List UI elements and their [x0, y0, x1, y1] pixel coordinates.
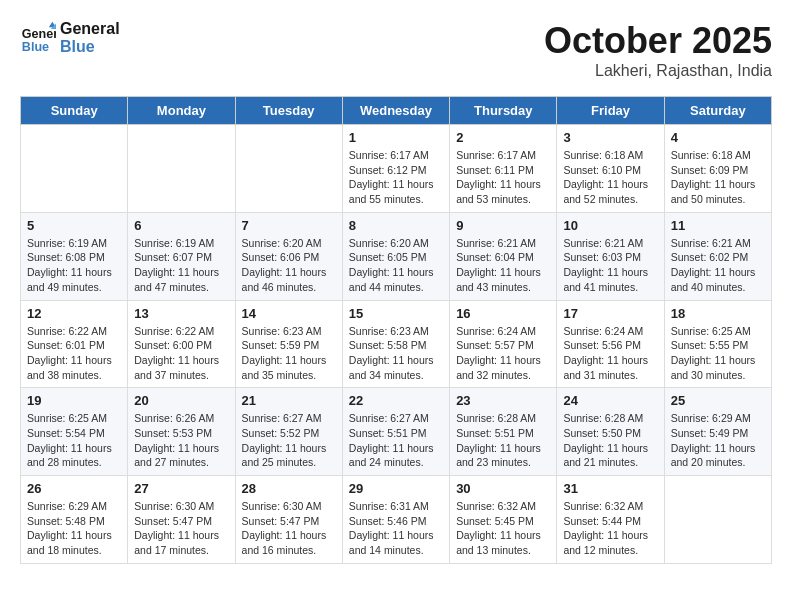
day-number: 10: [563, 218, 657, 233]
day-number: 15: [349, 306, 443, 321]
day-info: Sunrise: 6:17 AM Sunset: 6:12 PM Dayligh…: [349, 148, 443, 207]
page-header: General Blue General Blue October 2025 L…: [20, 20, 772, 80]
day-info: Sunrise: 6:25 AM Sunset: 5:54 PM Dayligh…: [27, 411, 121, 470]
calendar-week-4: 19Sunrise: 6:25 AM Sunset: 5:54 PM Dayli…: [21, 388, 772, 476]
calendar-table: SundayMondayTuesdayWednesdayThursdayFrid…: [20, 96, 772, 564]
weekday-header-row: SundayMondayTuesdayWednesdayThursdayFrid…: [21, 97, 772, 125]
calendar-cell: 17Sunrise: 6:24 AM Sunset: 5:56 PM Dayli…: [557, 300, 664, 388]
day-number: 19: [27, 393, 121, 408]
calendar-cell: 26Sunrise: 6:29 AM Sunset: 5:48 PM Dayli…: [21, 476, 128, 564]
calendar-cell: 3Sunrise: 6:18 AM Sunset: 6:10 PM Daylig…: [557, 125, 664, 213]
calendar-cell: 2Sunrise: 6:17 AM Sunset: 6:11 PM Daylig…: [450, 125, 557, 213]
day-info: Sunrise: 6:21 AM Sunset: 6:02 PM Dayligh…: [671, 236, 765, 295]
weekday-header-saturday: Saturday: [664, 97, 771, 125]
day-info: Sunrise: 6:19 AM Sunset: 6:07 PM Dayligh…: [134, 236, 228, 295]
day-info: Sunrise: 6:25 AM Sunset: 5:55 PM Dayligh…: [671, 324, 765, 383]
day-info: Sunrise: 6:27 AM Sunset: 5:52 PM Dayligh…: [242, 411, 336, 470]
calendar-cell: 29Sunrise: 6:31 AM Sunset: 5:46 PM Dayli…: [342, 476, 449, 564]
day-info: Sunrise: 6:22 AM Sunset: 6:00 PM Dayligh…: [134, 324, 228, 383]
calendar-week-1: 1Sunrise: 6:17 AM Sunset: 6:12 PM Daylig…: [21, 125, 772, 213]
day-number: 31: [563, 481, 657, 496]
calendar-cell: 12Sunrise: 6:22 AM Sunset: 6:01 PM Dayli…: [21, 300, 128, 388]
calendar-cell: 1Sunrise: 6:17 AM Sunset: 6:12 PM Daylig…: [342, 125, 449, 213]
day-info: Sunrise: 6:24 AM Sunset: 5:57 PM Dayligh…: [456, 324, 550, 383]
calendar-cell: 11Sunrise: 6:21 AM Sunset: 6:02 PM Dayli…: [664, 212, 771, 300]
day-number: 20: [134, 393, 228, 408]
weekday-header-monday: Monday: [128, 97, 235, 125]
calendar-cell: 28Sunrise: 6:30 AM Sunset: 5:47 PM Dayli…: [235, 476, 342, 564]
day-number: 23: [456, 393, 550, 408]
day-number: 3: [563, 130, 657, 145]
location-subtitle: Lakheri, Rajasthan, India: [544, 62, 772, 80]
calendar-cell: 5Sunrise: 6:19 AM Sunset: 6:08 PM Daylig…: [21, 212, 128, 300]
day-number: 1: [349, 130, 443, 145]
day-info: Sunrise: 6:32 AM Sunset: 5:44 PM Dayligh…: [563, 499, 657, 558]
day-number: 25: [671, 393, 765, 408]
day-number: 13: [134, 306, 228, 321]
calendar-week-3: 12Sunrise: 6:22 AM Sunset: 6:01 PM Dayli…: [21, 300, 772, 388]
calendar-cell: 16Sunrise: 6:24 AM Sunset: 5:57 PM Dayli…: [450, 300, 557, 388]
calendar-week-5: 26Sunrise: 6:29 AM Sunset: 5:48 PM Dayli…: [21, 476, 772, 564]
day-info: Sunrise: 6:27 AM Sunset: 5:51 PM Dayligh…: [349, 411, 443, 470]
day-number: 6: [134, 218, 228, 233]
calendar-cell: 14Sunrise: 6:23 AM Sunset: 5:59 PM Dayli…: [235, 300, 342, 388]
calendar-cell: 21Sunrise: 6:27 AM Sunset: 5:52 PM Dayli…: [235, 388, 342, 476]
calendar-cell: 31Sunrise: 6:32 AM Sunset: 5:44 PM Dayli…: [557, 476, 664, 564]
day-number: 28: [242, 481, 336, 496]
day-number: 29: [349, 481, 443, 496]
day-number: 4: [671, 130, 765, 145]
day-info: Sunrise: 6:32 AM Sunset: 5:45 PM Dayligh…: [456, 499, 550, 558]
day-info: Sunrise: 6:22 AM Sunset: 6:01 PM Dayligh…: [27, 324, 121, 383]
logo-blue: Blue: [60, 38, 120, 56]
calendar-cell: 22Sunrise: 6:27 AM Sunset: 5:51 PM Dayli…: [342, 388, 449, 476]
day-number: 17: [563, 306, 657, 321]
calendar-cell: 23Sunrise: 6:28 AM Sunset: 5:51 PM Dayli…: [450, 388, 557, 476]
calendar-cell: 27Sunrise: 6:30 AM Sunset: 5:47 PM Dayli…: [128, 476, 235, 564]
day-info: Sunrise: 6:30 AM Sunset: 5:47 PM Dayligh…: [134, 499, 228, 558]
day-info: Sunrise: 6:23 AM Sunset: 5:58 PM Dayligh…: [349, 324, 443, 383]
calendar-week-2: 5Sunrise: 6:19 AM Sunset: 6:08 PM Daylig…: [21, 212, 772, 300]
day-number: 12: [27, 306, 121, 321]
day-info: Sunrise: 6:21 AM Sunset: 6:04 PM Dayligh…: [456, 236, 550, 295]
day-info: Sunrise: 6:18 AM Sunset: 6:10 PM Dayligh…: [563, 148, 657, 207]
day-number: 9: [456, 218, 550, 233]
weekday-header-wednesday: Wednesday: [342, 97, 449, 125]
calendar-cell: 10Sunrise: 6:21 AM Sunset: 6:03 PM Dayli…: [557, 212, 664, 300]
calendar-cell: [664, 476, 771, 564]
day-number: 30: [456, 481, 550, 496]
calendar-cell: 13Sunrise: 6:22 AM Sunset: 6:00 PM Dayli…: [128, 300, 235, 388]
calendar-cell: 8Sunrise: 6:20 AM Sunset: 6:05 PM Daylig…: [342, 212, 449, 300]
logo-icon: General Blue: [20, 20, 56, 56]
svg-text:Blue: Blue: [22, 40, 49, 54]
day-number: 26: [27, 481, 121, 496]
logo-general: General: [60, 20, 120, 38]
day-number: 14: [242, 306, 336, 321]
calendar-cell: 19Sunrise: 6:25 AM Sunset: 5:54 PM Dayli…: [21, 388, 128, 476]
calendar-cell: [235, 125, 342, 213]
day-info: Sunrise: 6:23 AM Sunset: 5:59 PM Dayligh…: [242, 324, 336, 383]
day-info: Sunrise: 6:18 AM Sunset: 6:09 PM Dayligh…: [671, 148, 765, 207]
day-number: 16: [456, 306, 550, 321]
calendar-cell: 9Sunrise: 6:21 AM Sunset: 6:04 PM Daylig…: [450, 212, 557, 300]
month-title: October 2025: [544, 20, 772, 62]
calendar-cell: 15Sunrise: 6:23 AM Sunset: 5:58 PM Dayli…: [342, 300, 449, 388]
calendar-cell: 24Sunrise: 6:28 AM Sunset: 5:50 PM Dayli…: [557, 388, 664, 476]
day-number: 5: [27, 218, 121, 233]
weekday-header-friday: Friday: [557, 97, 664, 125]
calendar-cell: [21, 125, 128, 213]
day-number: 24: [563, 393, 657, 408]
calendar-cell: 6Sunrise: 6:19 AM Sunset: 6:07 PM Daylig…: [128, 212, 235, 300]
day-info: Sunrise: 6:29 AM Sunset: 5:49 PM Dayligh…: [671, 411, 765, 470]
calendar-cell: 20Sunrise: 6:26 AM Sunset: 5:53 PM Dayli…: [128, 388, 235, 476]
day-info: Sunrise: 6:28 AM Sunset: 5:50 PM Dayligh…: [563, 411, 657, 470]
day-number: 11: [671, 218, 765, 233]
calendar-cell: 7Sunrise: 6:20 AM Sunset: 6:06 PM Daylig…: [235, 212, 342, 300]
logo: General Blue General Blue: [20, 20, 120, 56]
day-info: Sunrise: 6:20 AM Sunset: 6:06 PM Dayligh…: [242, 236, 336, 295]
title-block: October 2025 Lakheri, Rajasthan, India: [544, 20, 772, 80]
day-number: 7: [242, 218, 336, 233]
day-info: Sunrise: 6:21 AM Sunset: 6:03 PM Dayligh…: [563, 236, 657, 295]
weekday-header-tuesday: Tuesday: [235, 97, 342, 125]
day-info: Sunrise: 6:29 AM Sunset: 5:48 PM Dayligh…: [27, 499, 121, 558]
day-info: Sunrise: 6:24 AM Sunset: 5:56 PM Dayligh…: [563, 324, 657, 383]
